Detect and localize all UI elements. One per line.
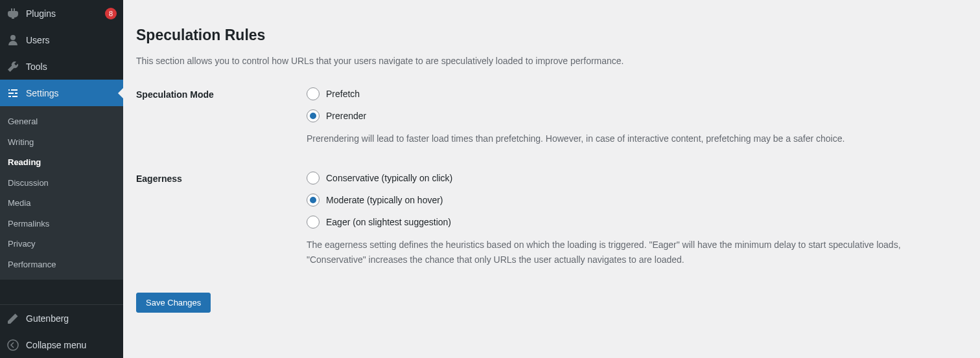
sidebar-item-label: Collapse menu (26, 340, 117, 350)
sidebar-item-settings: Settings (0, 80, 123, 106)
submenu-item-general: General (0, 111, 123, 132)
admin-sidebar: Plugins 8 Users Tools (0, 0, 123, 358)
submenu-item-performance: Performance (0, 254, 123, 275)
submenu-item-discussion: Discussion (0, 173, 123, 194)
sidebar-link-settings[interactable]: Settings (0, 80, 123, 106)
submenu-link[interactable]: Media (0, 193, 123, 214)
collapse-icon (6, 339, 19, 352)
eagerness-help: The eagerness setting defines the heuris… (307, 238, 942, 267)
sidebar-item-tools: Tools (0, 53, 123, 80)
sidebar-item-label: Users (26, 35, 117, 45)
submenu-item-permalinks: Permalinks (0, 214, 123, 234)
radio-moderate[interactable]: Moderate (typically on hover) (307, 194, 942, 207)
sidebar-item-plugins: Plugins 8 (0, 0, 123, 27)
svg-point-0 (8, 340, 18, 350)
radio-input[interactable] (307, 109, 320, 122)
radio-prefetch[interactable]: Prefetch (307, 87, 942, 100)
radio-input[interactable] (307, 194, 320, 207)
pencil-icon (6, 312, 19, 325)
settings-submenu: General Writing Reading Discussion Media… (0, 106, 123, 280)
radio-input[interactable] (307, 87, 320, 100)
sidebar-item-gutenberg: Gutenberg (0, 305, 123, 331)
sidebar-item-label: Settings (26, 88, 117, 98)
radio-input[interactable] (307, 172, 320, 185)
sidebar-link-collapse[interactable]: Collapse menu (0, 331, 123, 358)
submenu-link[interactable]: Performance (0, 254, 123, 275)
submenu-item-media: Media (0, 193, 123, 214)
speculation-mode-help: Prerendering will lead to faster load ti… (307, 131, 942, 146)
eagerness-row: Eagerness Conservative (typically on cli… (136, 172, 967, 267)
plug-icon (6, 7, 19, 20)
user-icon (6, 34, 19, 47)
main-content: Speculation Rules This section allows yo… (123, 0, 980, 358)
radio-label: Moderate (typically on hover) (326, 195, 443, 205)
save-button[interactable]: Save Changes (136, 293, 211, 313)
submenu-link[interactable]: Reading (0, 152, 123, 173)
radio-label: Prefetch (326, 89, 360, 99)
submenu-link[interactable]: Writing (0, 132, 123, 153)
submenu-item-writing: Writing (0, 132, 123, 153)
wrench-icon (6, 60, 19, 73)
radio-input[interactable] (307, 216, 320, 229)
submenu-link[interactable]: General (0, 111, 123, 132)
submenu-item-reading: Reading (0, 152, 123, 173)
eagerness-label: Eagerness (136, 172, 307, 184)
sidebar-link-gutenberg[interactable]: Gutenberg (0, 305, 123, 331)
radio-label: Eager (on slightest suggestion) (326, 217, 451, 227)
radio-label: Prerender (326, 111, 366, 121)
sidebar-link-plugins[interactable]: Plugins 8 (0, 0, 123, 27)
speculation-mode-label: Speculation Mode (136, 87, 307, 100)
submenu-link[interactable]: Permalinks (0, 214, 123, 234)
page-title: Speculation Rules (136, 26, 967, 45)
sidebar-item-users: Users (0, 27, 123, 53)
speculation-mode-row: Speculation Mode Prefetch Prerender Prer… (136, 87, 967, 146)
submenu-link[interactable]: Privacy (0, 234, 123, 254)
radio-prerender[interactable]: Prerender (307, 109, 942, 122)
sidebar-item-label: Plugins (26, 8, 97, 19)
sidebar-link-users[interactable]: Users (0, 27, 123, 53)
sidebar-item-collapse: Collapse menu (0, 331, 123, 358)
sidebar-link-tools[interactable]: Tools (0, 53, 123, 80)
submenu-link[interactable]: Discussion (0, 173, 123, 194)
submenu-item-privacy: Privacy (0, 234, 123, 254)
radio-eager[interactable]: Eager (on slightest suggestion) (307, 216, 942, 229)
sidebar-item-label: Gutenberg (26, 313, 117, 324)
update-badge: 8 (105, 8, 117, 19)
sliders-icon (6, 87, 19, 100)
page-description: This section allows you to control how U… (136, 54, 967, 68)
radio-conservative[interactable]: Conservative (typically on click) (307, 172, 942, 185)
sidebar-item-label: Tools (26, 62, 117, 72)
radio-label: Conservative (typically on click) (326, 173, 452, 183)
